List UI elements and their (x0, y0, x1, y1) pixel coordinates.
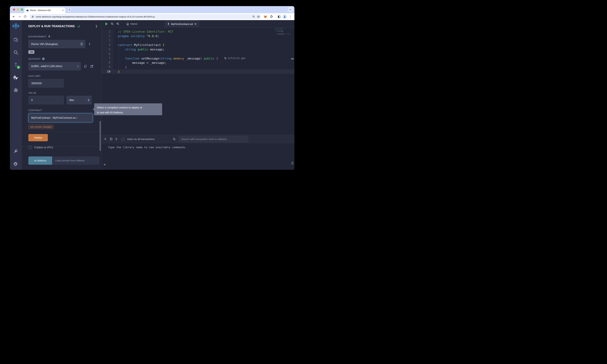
value-input[interactable]: 0 (28, 96, 64, 104)
tab-close-icon[interactable]: ✕ (62, 9, 64, 12)
panel-scrollbar[interactable] (100, 121, 101, 151)
listen-transactions-checkbox[interactable] (121, 138, 124, 141)
browser-tab[interactable]: Remix - Ethereum IDE ✕ (24, 8, 65, 13)
terminal-search-icon (173, 138, 176, 141)
code-editor[interactable]: 1// SPDX-License-Identifier: MIT2pragma … (101, 28, 294, 135)
terminal-panel: 0 listen on all transactions Search with… (101, 135, 294, 170)
tab-title: Remix - Ethereum IDE (30, 9, 61, 12)
panel-collapse-chevron-icon[interactable]: ❯ (95, 24, 98, 28)
account-select[interactable]: 0x5B3...eddC4 (100 ether) (28, 62, 81, 70)
deploy-and-run-icon[interactable] (12, 74, 19, 81)
contract-select-tooltip: Select a compiled contract to deploy or … (94, 103, 162, 115)
macos-traffic-lights[interactable] (13, 8, 23, 11)
line-number: 3 (101, 38, 113, 43)
file-explorer-icon[interactable] (12, 36, 19, 43)
remix-logo-icon[interactable] (12, 22, 19, 30)
indent-guide (126, 61, 126, 65)
publish-ipfs-checkbox[interactable] (28, 145, 32, 149)
plug-icon[interactable] (48, 35, 51, 38)
evm-version-badge: evm version: shanghai (28, 125, 53, 129)
listen-transactions-label: listen on all transactions (127, 138, 155, 141)
terminal-scrollbar[interactable] (291, 162, 293, 165)
sidepanel-icon[interactable] (277, 14, 282, 19)
tab-myfirstcontract[interactable]: MyFirstContract.sol ✕ (165, 20, 199, 28)
forward-button[interactable] (17, 14, 22, 19)
infinite-gas-annotation: infinite gas (224, 56, 245, 61)
new-tab-button[interactable]: + (67, 8, 72, 12)
at-address-input[interactable]: Load contract from Address (52, 156, 99, 165)
value-unit-select[interactable]: Wei (66, 96, 92, 104)
zoom-out-icon[interactable] (109, 22, 115, 26)
pending-tx-count: 0 (116, 138, 117, 141)
tab-search-chevron-icon[interactable] (288, 7, 293, 12)
file-tab-label: MyFirstContract.sol (171, 23, 193, 26)
line-number: 2 (101, 34, 113, 38)
account-label-row: ACCOUNT (28, 57, 101, 60)
deploy-button[interactable]: Deploy (28, 134, 48, 141)
value-amount: 0 (31, 99, 33, 102)
plugin-manager-icon[interactable] (12, 147, 19, 155)
tab-home[interactable]: Home (123, 20, 140, 27)
zoom-in-icon[interactable] (115, 22, 120, 26)
zoom-page-icon[interactable] (252, 15, 255, 18)
terminal-collapse-icon[interactable] (104, 138, 106, 141)
site-settings-icon[interactable] (31, 15, 34, 18)
account-value: 0x5B3...eddC4 (100 ether) (31, 65, 62, 68)
line-number: 10 (101, 69, 113, 74)
panel-divider-bottom (22, 146, 101, 147)
environment-select[interactable]: Remix VM (Shanghai) (28, 40, 85, 48)
environment-stepper-icon[interactable] (80, 42, 83, 46)
value-label: VALUE (28, 91, 36, 94)
value-unit-stepper-icon[interactable] (88, 99, 89, 101)
extensions-puzzle-icon[interactable] (269, 14, 274, 19)
settings-gear-icon[interactable] (12, 161, 19, 168)
zoom-window-button[interactable] (21, 8, 23, 11)
indent-guide (119, 47, 119, 69)
add-account-icon[interactable] (42, 57, 45, 60)
icon-rail (10, 20, 22, 170)
sign-message-icon[interactable] (90, 65, 93, 68)
url-bar[interactable]: remix.ethereum.org/#lang=en&optimize=fal… (29, 14, 261, 19)
at-address-placeholder: Load contract from Address (55, 159, 85, 162)
editor-minimap[interactable]: // SPDX-License-Identifier: MITpragma so… (274, 28, 290, 36)
copy-account-icon[interactable] (84, 65, 87, 68)
account-stepper-icon[interactable] (77, 65, 79, 68)
gas-limit-input[interactable]: 3000000 (28, 79, 64, 88)
reload-button[interactable] (23, 14, 27, 19)
contract-select[interactable]: MyFirstContract - MyFirstContract.so (28, 113, 93, 122)
environment-value: Remix VM (Shanghai) (31, 42, 58, 46)
remix-app: DEPLOY & RUN TRANSACTIONS ❯ ENVIRONMENT … (10, 20, 294, 170)
contract-stepper-icon[interactable] (76, 117, 78, 119)
solidity-compiler-icon[interactable] (12, 61, 19, 69)
close-window-button[interactable] (13, 8, 15, 11)
line-number: 9 (101, 65, 113, 69)
bookmark-star-icon[interactable] (257, 15, 260, 18)
vm-badge: VM (28, 50, 34, 54)
back-button[interactable] (12, 14, 16, 19)
metamask-extension-icon[interactable] (263, 14, 268, 19)
panel-title: DEPLOY & RUN TRANSACTIONS (28, 25, 75, 28)
account-label: ACCOUNT (28, 58, 40, 60)
editor-column: Home MyFirstContract.sol ✕ 1// SPDX-Lice… (101, 20, 294, 170)
url-text[interactable]: remix.ethereum.org/#lang=en&optimize=fal… (36, 15, 251, 18)
environment-label: ENVIRONMENT (28, 35, 47, 38)
minimize-window-button[interactable] (17, 8, 19, 11)
file-tab-close-icon[interactable]: ✕ (195, 23, 197, 26)
search-icon[interactable] (12, 49, 19, 56)
clear-console-icon[interactable] (109, 138, 113, 141)
line-number: 6 (101, 52, 113, 56)
contract-value: MyFirstContract - MyFirstContract.so (31, 116, 76, 119)
tooltip-line1: Select a compiled contract to deploy or (97, 105, 162, 110)
browser-tabstrip: Remix - Ethereum IDE ✕ + (10, 6, 294, 13)
terminal-log[interactable]: Type the library name to see available c… (101, 143, 294, 170)
terminal-search-input[interactable]: Search with transaction hash or address (179, 136, 248, 142)
tooltip-line2: to use with At Address. (97, 110, 162, 115)
run-script-play-icon[interactable] (104, 22, 109, 26)
environment-info-icon[interactable]: i (89, 42, 90, 46)
profile-avatar[interactable] (283, 14, 287, 19)
line-number: 4 (101, 43, 113, 47)
debugger-icon[interactable] (12, 86, 19, 94)
at-address-button[interactable]: At Address (28, 156, 52, 165)
publish-ipfs-label: Publish to IPFS (34, 146, 53, 149)
browser-menu-icon[interactable] (288, 14, 293, 19)
